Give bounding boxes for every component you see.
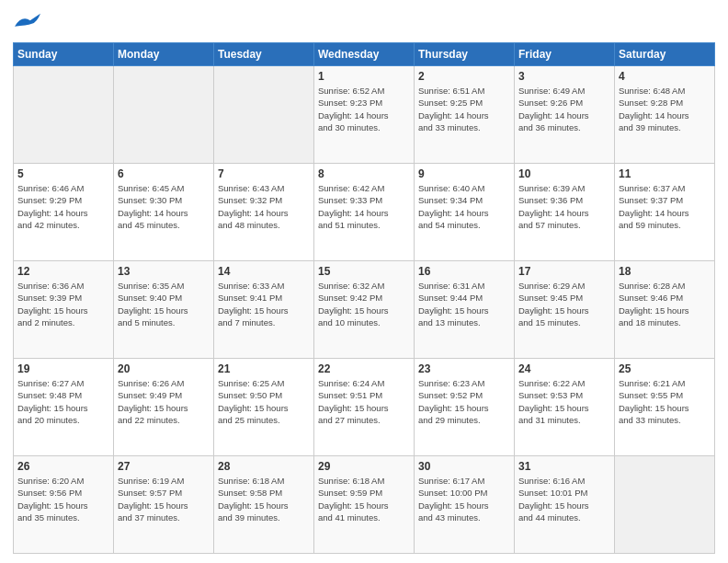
weekday-thursday: Thursday (415, 43, 515, 66)
day-info: Sunrise: 6:27 AMSunset: 9:48 PMDaylight:… (17, 377, 109, 426)
weekday-tuesday: Tuesday (214, 43, 314, 66)
day-number: 31 (518, 460, 610, 473)
day-info: Sunrise: 6:33 AMSunset: 9:41 PMDaylight:… (218, 280, 310, 328)
day-info: Sunrise: 6:40 AMSunset: 9:34 PMDaylight:… (418, 182, 510, 231)
day-cell: 1Sunrise: 6:52 AMSunset: 9:23 PMDaylight… (314, 66, 415, 164)
day-cell: 27Sunrise: 6:19 AMSunset: 9:57 PMDayligh… (114, 456, 214, 554)
week-row-3: 12Sunrise: 6:36 AMSunset: 9:39 PMDayligh… (14, 261, 715, 359)
day-number: 26 (17, 460, 109, 473)
day-number: 1 (318, 70, 410, 83)
day-cell: 2Sunrise: 6:51 AMSunset: 9:25 PMDaylight… (415, 66, 515, 164)
day-info: Sunrise: 6:21 AMSunset: 9:55 PMDaylight:… (619, 377, 711, 426)
day-number: 30 (418, 460, 510, 473)
day-cell: 5Sunrise: 6:46 AMSunset: 9:29 PMDaylight… (14, 164, 114, 261)
weekday-sunday: Sunday (14, 43, 114, 66)
day-info: Sunrise: 6:45 AMSunset: 9:30 PMDaylight:… (118, 182, 210, 231)
day-number: 19 (17, 362, 109, 375)
day-cell: 9Sunrise: 6:40 AMSunset: 9:34 PMDaylight… (415, 164, 515, 261)
day-info: Sunrise: 6:46 AMSunset: 9:29 PMDaylight:… (17, 182, 109, 231)
day-number: 27 (118, 460, 210, 473)
weekday-monday: Monday (114, 43, 214, 66)
day-number: 11 (619, 167, 711, 180)
week-row-1: 1Sunrise: 6:52 AMSunset: 9:23 PMDaylight… (14, 66, 715, 164)
day-cell: 29Sunrise: 6:18 AMSunset: 9:59 PMDayligh… (314, 456, 415, 554)
day-cell: 8Sunrise: 6:42 AMSunset: 9:33 PMDaylight… (314, 164, 415, 261)
day-cell: 25Sunrise: 6:21 AMSunset: 9:55 PMDayligh… (615, 359, 715, 456)
day-number: 24 (518, 362, 610, 375)
day-info: Sunrise: 6:39 AMSunset: 9:36 PMDaylight:… (518, 182, 610, 231)
day-cell: 23Sunrise: 6:23 AMSunset: 9:52 PMDayligh… (415, 359, 515, 456)
day-number: 9 (418, 167, 510, 180)
day-number: 3 (518, 70, 610, 83)
day-cell: 11Sunrise: 6:37 AMSunset: 9:37 PMDayligh… (615, 164, 715, 261)
day-info: Sunrise: 6:32 AMSunset: 9:42 PMDaylight:… (318, 280, 410, 328)
logo-bird-icon (15, 9, 40, 35)
day-number: 15 (318, 265, 410, 278)
calendar-header: SundayMondayTuesdayWednesdayThursdayFrid… (14, 43, 715, 66)
week-row-5: 26Sunrise: 6:20 AMSunset: 9:56 PMDayligh… (14, 456, 715, 554)
day-number: 25 (619, 362, 711, 375)
weekday-saturday: Saturday (615, 43, 715, 66)
day-info: Sunrise: 6:29 AMSunset: 9:45 PMDaylight:… (518, 280, 610, 328)
day-number: 16 (418, 265, 510, 278)
page: SundayMondayTuesdayWednesdayThursdayFrid… (0, 0, 728, 563)
day-cell: 15Sunrise: 6:32 AMSunset: 9:42 PMDayligh… (314, 261, 415, 359)
day-info: Sunrise: 6:52 AMSunset: 9:23 PMDaylight:… (318, 85, 410, 133)
day-info: Sunrise: 6:24 AMSunset: 9:51 PMDaylight:… (318, 377, 410, 426)
day-info: Sunrise: 6:51 AMSunset: 9:25 PMDaylight:… (418, 85, 510, 133)
day-number: 4 (619, 70, 711, 83)
day-number: 17 (518, 265, 610, 278)
day-cell: 14Sunrise: 6:33 AMSunset: 9:41 PMDayligh… (214, 261, 314, 359)
logo-line1 (13, 9, 40, 35)
day-info: Sunrise: 6:37 AMSunset: 9:37 PMDaylight:… (619, 182, 711, 231)
day-cell: 24Sunrise: 6:22 AMSunset: 9:53 PMDayligh… (515, 359, 615, 456)
day-info: Sunrise: 6:17 AMSunset: 10:00 PMDaylight… (418, 475, 510, 523)
day-number: 14 (218, 265, 310, 278)
weekday-friday: Friday (515, 43, 615, 66)
day-number: 23 (418, 362, 510, 375)
day-info: Sunrise: 6:20 AMSunset: 9:56 PMDaylight:… (17, 475, 109, 523)
day-number: 21 (218, 362, 310, 375)
day-cell: 7Sunrise: 6:43 AMSunset: 9:32 PMDaylight… (214, 164, 314, 261)
day-cell: 19Sunrise: 6:27 AMSunset: 9:48 PMDayligh… (14, 359, 114, 456)
day-info: Sunrise: 6:31 AMSunset: 9:44 PMDaylight:… (418, 280, 510, 328)
day-info: Sunrise: 6:22 AMSunset: 9:53 PMDaylight:… (518, 377, 610, 426)
day-number: 5 (17, 167, 109, 180)
day-cell (14, 66, 114, 164)
day-cell: 21Sunrise: 6:25 AMSunset: 9:50 PMDayligh… (214, 359, 314, 456)
day-info: Sunrise: 6:19 AMSunset: 9:57 PMDaylight:… (118, 475, 210, 523)
calendar-body: 1Sunrise: 6:52 AMSunset: 9:23 PMDaylight… (14, 66, 715, 554)
day-info: Sunrise: 6:43 AMSunset: 9:32 PMDaylight:… (218, 182, 310, 231)
week-row-2: 5Sunrise: 6:46 AMSunset: 9:29 PMDaylight… (14, 164, 715, 261)
day-number: 10 (518, 167, 610, 180)
day-cell: 30Sunrise: 6:17 AMSunset: 10:00 PMDaylig… (415, 456, 515, 554)
day-cell: 6Sunrise: 6:45 AMSunset: 9:30 PMDaylight… (114, 164, 214, 261)
day-info: Sunrise: 6:42 AMSunset: 9:33 PMDaylight:… (318, 182, 410, 231)
day-cell: 26Sunrise: 6:20 AMSunset: 9:56 PMDayligh… (14, 456, 114, 554)
day-number: 6 (118, 167, 210, 180)
day-info: Sunrise: 6:26 AMSunset: 9:49 PMDaylight:… (118, 377, 210, 426)
day-number: 22 (318, 362, 410, 375)
day-cell: 13Sunrise: 6:35 AMSunset: 9:40 PMDayligh… (114, 261, 214, 359)
day-number: 13 (118, 265, 210, 278)
day-number: 28 (218, 460, 310, 473)
calendar-table: SundayMondayTuesdayWednesdayThursdayFrid… (13, 42, 715, 554)
day-cell (214, 66, 314, 164)
day-info: Sunrise: 6:48 AMSunset: 9:28 PMDaylight:… (619, 85, 711, 133)
header (13, 9, 715, 35)
week-row-4: 19Sunrise: 6:27 AMSunset: 9:48 PMDayligh… (14, 359, 715, 456)
weekday-header-row: SundayMondayTuesdayWednesdayThursdayFrid… (14, 43, 715, 66)
day-number: 29 (318, 460, 410, 473)
weekday-wednesday: Wednesday (314, 43, 415, 66)
day-cell: 18Sunrise: 6:28 AMSunset: 9:46 PMDayligh… (615, 261, 715, 359)
day-info: Sunrise: 6:18 AMSunset: 9:59 PMDaylight:… (318, 475, 410, 523)
day-cell: 17Sunrise: 6:29 AMSunset: 9:45 PMDayligh… (515, 261, 615, 359)
day-cell: 31Sunrise: 6:16 AMSunset: 10:01 PMDaylig… (515, 456, 615, 554)
day-cell: 28Sunrise: 6:18 AMSunset: 9:58 PMDayligh… (214, 456, 314, 554)
day-number: 7 (218, 167, 310, 180)
day-cell (615, 456, 715, 554)
day-number: 2 (418, 70, 510, 83)
day-cell: 12Sunrise: 6:36 AMSunset: 9:39 PMDayligh… (14, 261, 114, 359)
day-info: Sunrise: 6:25 AMSunset: 9:50 PMDaylight:… (218, 377, 310, 426)
day-cell: 3Sunrise: 6:49 AMSunset: 9:26 PMDaylight… (515, 66, 615, 164)
